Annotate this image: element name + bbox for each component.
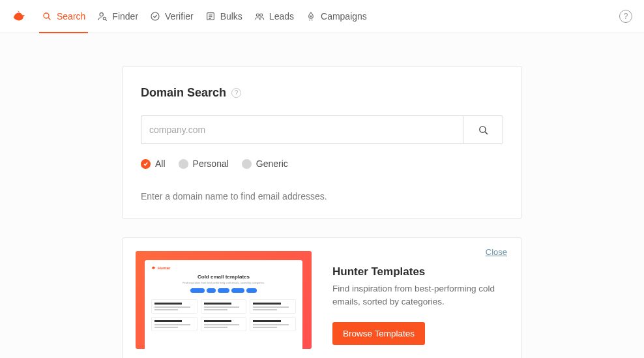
promo-preview-image: Hunter Cold email templates Find inspira… <box>136 251 312 349</box>
main-content: Domain Search ? All Personal <box>0 33 644 358</box>
search-row <box>141 115 503 144</box>
help-button[interactable]: ? <box>619 10 632 23</box>
filter-label: All <box>155 158 166 169</box>
radio-unchecked-icon <box>242 159 252 169</box>
brand-logo[interactable] <box>12 9 26 23</box>
domain-search-card: Domain Search ? All Personal <box>122 66 522 219</box>
promo-close-link[interactable]: Close <box>486 247 507 257</box>
browse-templates-button[interactable]: Browse Templates <box>332 322 425 345</box>
filter-personal[interactable]: Personal <box>179 158 229 169</box>
domain-input[interactable] <box>141 115 463 144</box>
search-icon <box>478 125 489 136</box>
filter-label: Personal <box>193 158 229 169</box>
promo-card: Close Hunter Cold email templates Find i… <box>122 237 522 358</box>
svg-line-1 <box>48 18 50 20</box>
nav-item-campaigns[interactable]: Campaigns <box>306 0 367 33</box>
leads-icon <box>254 11 265 22</box>
promo-text-block: Hunter Templates Find inspiration from b… <box>332 251 507 349</box>
svg-point-5 <box>151 12 159 20</box>
main-nav: Search Finder Verifier <box>42 0 367 33</box>
filter-row: All Personal Generic <box>141 158 503 169</box>
svg-point-11 <box>260 14 263 16</box>
top-bar: Search Finder Verifier <box>0 0 644 33</box>
svg-point-12 <box>310 16 312 17</box>
filter-label: Generic <box>256 158 288 169</box>
svg-point-13 <box>479 126 485 132</box>
nav-item-search[interactable]: Search <box>42 0 85 33</box>
nav-item-verifier[interactable]: Verifier <box>150 0 194 33</box>
card-help-icon[interactable]: ? <box>231 88 241 98</box>
svg-point-0 <box>44 13 49 18</box>
promo-title: Hunter Templates <box>332 265 507 278</box>
nav-item-bulks[interactable]: Bulks <box>205 0 242 33</box>
campaigns-icon <box>306 11 316 22</box>
bulks-icon <box>205 11 216 22</box>
nav-label: Campaigns <box>321 11 367 22</box>
nav-label: Leads <box>269 11 294 22</box>
nav-label: Search <box>57 11 85 22</box>
hunter-logo-icon <box>151 265 156 270</box>
filter-all[interactable]: All <box>141 158 166 169</box>
filter-generic[interactable]: Generic <box>242 158 288 169</box>
svg-line-14 <box>484 131 487 134</box>
promo-description: Find inspiration from best-performing co… <box>332 282 507 308</box>
svg-point-2 <box>100 13 103 16</box>
svg-line-4 <box>106 20 107 21</box>
svg-point-3 <box>104 17 106 20</box>
radio-unchecked-icon <box>179 159 188 169</box>
finder-icon <box>97 11 108 22</box>
search-button[interactable] <box>463 115 503 144</box>
svg-point-10 <box>256 14 259 16</box>
nav-label: Finder <box>112 11 138 22</box>
nav-item-finder[interactable]: Finder <box>97 0 138 33</box>
help-icon: ? <box>624 12 628 21</box>
verifier-icon <box>150 11 160 22</box>
hint-text: Enter a domain name to find email addres… <box>141 191 503 201</box>
nav-label: Verifier <box>165 11 194 22</box>
search-icon <box>42 11 52 22</box>
nav-label: Bulks <box>220 11 242 22</box>
hunter-logo-icon <box>12 9 26 23</box>
nav-item-leads[interactable]: Leads <box>254 0 294 33</box>
card-title: Domain Search <box>141 86 226 100</box>
radio-checked-icon <box>141 159 151 169</box>
